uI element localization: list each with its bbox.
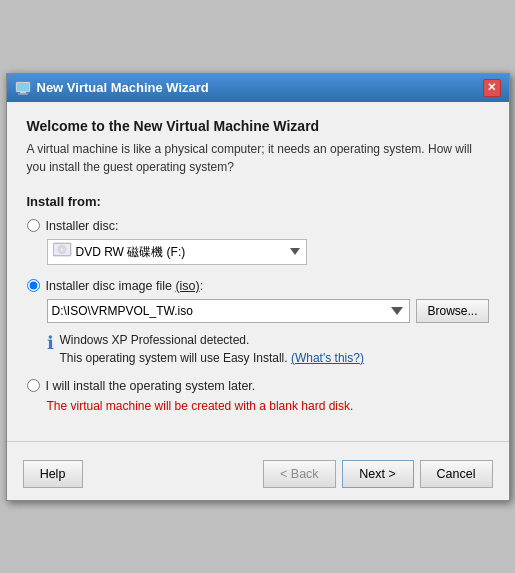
wizard-title: Welcome to the New Virtual Machine Wizar… [27,118,489,134]
detected-label: Windows XP Professional detected. [60,333,250,347]
vm-icon [15,80,31,96]
disc-radio[interactable] [27,219,40,232]
main-window: New Virtual Machine Wizard ✕ Welcome to … [6,73,510,501]
next-button[interactable]: Next > [342,460,414,488]
cancel-button[interactable]: Cancel [420,460,493,488]
install-from-label: Install from: [27,194,489,209]
detection-info-box: ℹ Windows XP Professional detected. This… [47,331,489,367]
footer: Help < Back Next > Cancel [7,452,509,500]
iso-option-label: Installer disc image file (iso): [46,279,204,293]
title-bar: New Virtual Machine Wizard ✕ [7,74,509,102]
radio-option-later[interactable]: I will install the operating system late… [27,379,489,393]
disc-dropdown-wrapper: DVD RW 磁碟機 (F:) [47,239,489,265]
footer-nav-buttons: < Back Next > Cancel [263,460,492,488]
wizard-content: Welcome to the New Virtual Machine Wizar… [7,102,509,429]
back-button[interactable]: < Back [263,460,336,488]
svg-rect-2 [20,92,26,94]
disc-dropdown[interactable]: DVD RW 磁碟機 (F:) [47,239,307,265]
whats-this-link[interactable]: (What's this?) [291,351,364,365]
info-icon: ℹ [47,332,54,354]
title-bar-left: New Virtual Machine Wizard [15,80,209,96]
window-title: New Virtual Machine Wizard [37,80,209,95]
later-radio[interactable] [27,379,40,392]
iso-radio[interactable] [27,279,40,292]
detection-info-text: Windows XP Professional detected. This o… [60,331,364,367]
help-button[interactable]: Help [23,460,83,488]
radio-option-disc[interactable]: Installer disc: [27,219,489,233]
footer-divider [7,441,509,442]
iso-path-row: D:\ISO\VRMPVOL_TW.iso Browse... [47,299,489,323]
later-description: The virtual machine will be created with… [47,399,489,413]
svg-rect-1 [17,83,29,91]
disc-option-label: Installer disc: [46,219,119,233]
radio-option-iso[interactable]: Installer disc image file (iso): [27,279,489,293]
browse-button[interactable]: Browse... [416,299,488,323]
wizard-description: A virtual machine is like a physical com… [27,140,489,176]
iso-dropdown[interactable]: D:\ISO\VRMPVOL_TW.iso [47,299,411,323]
easy-install-label: This operating system will use Easy Inst… [60,351,288,365]
svg-rect-3 [18,93,28,94]
close-button[interactable]: ✕ [483,79,501,97]
later-option-label: I will install the operating system late… [46,379,256,393]
